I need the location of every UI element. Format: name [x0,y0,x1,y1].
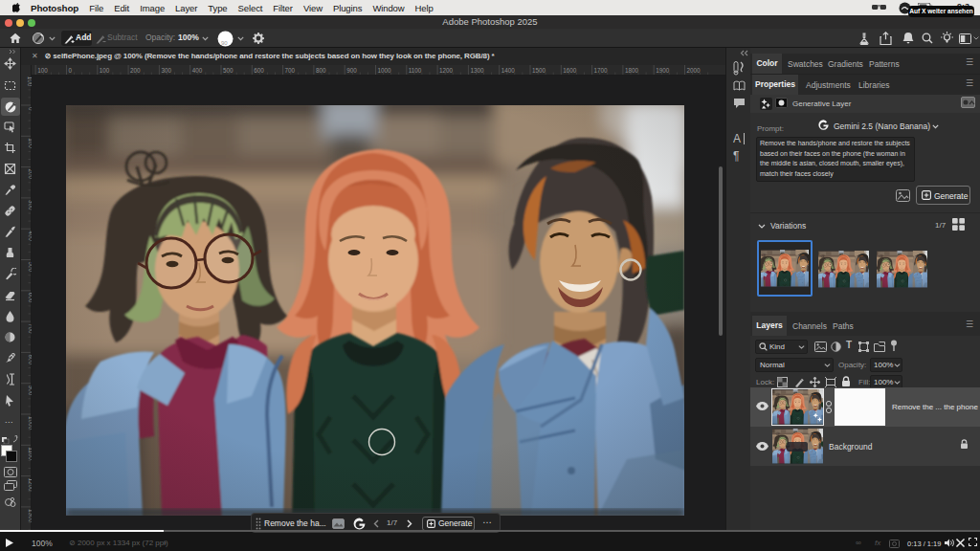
svg-text:700: 700 [285,67,296,74]
svg-text:100: 100 [100,67,110,74]
svg-text:1200: 1200 [439,67,454,74]
svg-text:500: 500 [223,67,234,74]
svg-text:300: 300 [28,200,33,210]
svg-text:1400: 1400 [501,67,516,74]
svg-text:600: 600 [28,293,33,303]
svg-text:1500: 1500 [532,67,546,74]
svg-text:A: A [733,132,741,145]
svg-text:1700: 1700 [594,67,609,74]
svg-text:2000: 2000 [687,67,702,74]
svg-text:0: 0 [28,107,33,111]
svg-text:1300: 1300 [470,67,484,74]
svg-text:400: 400 [192,67,203,74]
svg-text:1100: 1100 [28,447,33,460]
svg-text:0: 0 [69,67,73,74]
svg-text:600: 600 [254,67,264,74]
svg-text:1000: 1000 [28,416,33,430]
svg-text:1600: 1600 [563,67,577,74]
svg-text:100: 100 [28,138,33,148]
svg-text:700: 700 [28,323,33,334]
svg-text:1200: 1200 [28,478,33,493]
svg-text:1800: 1800 [625,67,639,74]
svg-text:300: 300 [161,67,171,74]
svg-text:400: 400 [28,231,33,241]
svg-text:200: 200 [28,169,33,180]
svg-text:1000: 1000 [378,67,392,74]
svg-text:¶: ¶ [733,149,739,162]
svg-text:1900: 1900 [656,67,670,74]
svg-text:1100: 1100 [409,67,422,74]
svg-text:1300: 1300 [28,509,33,523]
svg-text:900: 900 [346,67,357,74]
svg-text:200: 200 [130,67,141,74]
svg-text:100: 100 [37,67,48,74]
svg-text:900: 900 [28,386,33,396]
svg-text:500: 500 [28,262,33,273]
svg-text:800: 800 [316,67,326,74]
svg-text:100: 100 [28,77,33,87]
svg-text:800: 800 [28,354,33,364]
